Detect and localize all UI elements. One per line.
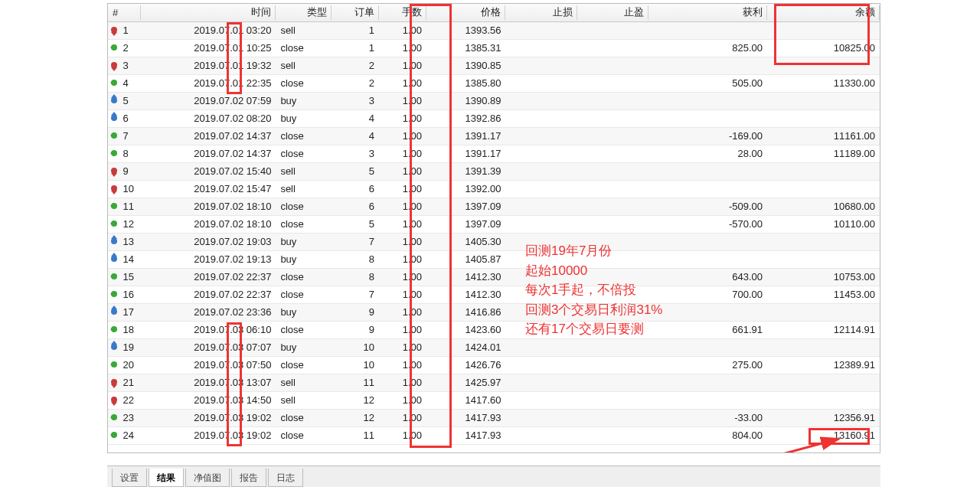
- cell: 1416.86: [426, 303, 505, 321]
- results-table[interactable]: # 时间 类型 订单 手数 价格 止损 止盈 获利 余额 12019.07.01…: [108, 4, 880, 445]
- cell: [505, 92, 577, 109]
- cell: 1: [332, 21, 379, 39]
- cell: [577, 145, 648, 162]
- table-row[interactable]: 132019.07.02 19:03buy71.001405.30: [108, 233, 880, 250]
- table-row[interactable]: 92019.07.02 15:40sell51.001391.39: [108, 162, 880, 180]
- cell: 3: [332, 92, 379, 109]
- table-row[interactable]: 162019.07.02 22:37close71.001412.30700.0…: [108, 286, 880, 303]
- tab-results[interactable]: 结果: [149, 469, 184, 487]
- table-row[interactable]: 82019.07.02 14:37close31.001391.1728.001…: [108, 145, 880, 162]
- cell: [767, 21, 880, 39]
- cell: 1.00: [379, 180, 426, 198]
- cell: 1.00: [379, 127, 426, 145]
- col-header-type[interactable]: 类型: [276, 4, 331, 21]
- cell: -509.00: [648, 198, 767, 215]
- cell: 2019.07.02 19:03: [141, 233, 276, 250]
- cell: 1425.97: [426, 374, 505, 391]
- table-row[interactable]: 202019.07.03 07:50close101.001426.76275.…: [108, 356, 880, 374]
- cell: close: [276, 127, 331, 145]
- cell: 13160.91: [767, 426, 880, 444]
- table-row[interactable]: 72019.07.02 14:37close41.001391.17-169.0…: [108, 127, 880, 145]
- cell: 275.00: [648, 356, 767, 374]
- cell: [577, 303, 648, 321]
- cell: buy: [276, 233, 331, 250]
- cell: 1391.17: [426, 145, 505, 162]
- cell: [505, 145, 577, 162]
- col-header-time[interactable]: 时间: [141, 4, 276, 21]
- cell: 2019.07.02 22:37: [141, 286, 276, 303]
- tab-equity[interactable]: 净值图: [185, 469, 230, 487]
- table-row[interactable]: 52019.07.02 07:59buy31.001390.89: [108, 92, 880, 109]
- col-header-order[interactable]: 订单: [332, 4, 379, 21]
- cell: 1: [108, 21, 141, 39]
- cell: 2019.07.02 08:20: [141, 109, 276, 127]
- table-row[interactable]: 42019.07.01 22:35close21.001385.80505.00…: [108, 74, 880, 92]
- cell: 9: [332, 303, 379, 321]
- cell: 643.00: [648, 268, 767, 286]
- table-row[interactable]: 172019.07.02 23:36buy91.001416.86: [108, 303, 880, 321]
- col-header-tp[interactable]: 止盈: [577, 4, 648, 21]
- close-icon: [109, 272, 119, 281]
- cell: [505, 374, 577, 391]
- cell: buy: [276, 109, 331, 127]
- cell: buy: [276, 303, 331, 321]
- tab-settings[interactable]: 设置: [112, 469, 147, 487]
- table-row[interactable]: 22019.07.01 10:25close11.001385.31825.00…: [108, 39, 880, 57]
- col-header-lots[interactable]: 手数: [379, 4, 426, 21]
- table-row[interactable]: 222019.07.03 14:50sell121.001417.60: [108, 391, 880, 409]
- table-row[interactable]: 212019.07.03 13:07sell111.001425.97: [108, 374, 880, 391]
- table-row[interactable]: 32019.07.01 19:32sell21.001390.85: [108, 57, 880, 74]
- close-icon: [109, 131, 119, 140]
- cell: 10: [332, 338, 379, 356]
- col-header-balance[interactable]: 余额: [767, 4, 880, 21]
- table-row[interactable]: 112019.07.02 18:10close61.001397.09-509.…: [108, 198, 880, 215]
- cell: 1405.30: [426, 233, 505, 250]
- sell-icon: [109, 60, 119, 70]
- cell: [648, 92, 767, 109]
- cell: sell: [276, 180, 331, 198]
- cell: [505, 233, 577, 250]
- cell: 1.00: [379, 74, 426, 92]
- table-row[interactable]: 192019.07.03 07:07buy101.001424.01: [108, 338, 880, 356]
- col-header-idx[interactable]: #: [108, 4, 141, 21]
- cell: 2019.07.02 14:37: [141, 145, 276, 162]
- col-header-profit[interactable]: 获利: [648, 4, 767, 21]
- cell: [577, 321, 648, 338]
- cell: 2019.07.02 15:47: [141, 180, 276, 198]
- table-row[interactable]: 102019.07.02 15:47sell61.001392.00: [108, 180, 880, 198]
- col-header-price[interactable]: 价格: [426, 4, 505, 21]
- close-icon: [109, 201, 119, 211]
- col-header-sl[interactable]: 止损: [505, 4, 577, 21]
- cell: [648, 303, 767, 321]
- cell: 2019.07.02 15:40: [141, 162, 276, 180]
- cell: 4: [332, 109, 379, 127]
- table-row[interactable]: 152019.07.02 22:37close81.001412.30643.0…: [108, 268, 880, 286]
- cell: 1393.56: [426, 21, 505, 39]
- table-row[interactable]: 62019.07.02 08:20buy41.001392.86: [108, 109, 880, 127]
- tab-log[interactable]: 日志: [268, 469, 303, 487]
- cell: buy: [276, 92, 331, 109]
- cell: [767, 162, 880, 180]
- cell: [505, 303, 577, 321]
- cell: 7: [332, 233, 379, 250]
- table-row[interactable]: 122019.07.02 18:10close51.001397.09-570.…: [108, 215, 880, 233]
- table-row[interactable]: 12019.07.01 03:20sell11.001393.56: [108, 21, 880, 39]
- cell: [767, 250, 880, 268]
- tab-report[interactable]: 报告: [231, 469, 266, 487]
- close-icon: [109, 149, 119, 158]
- cell: 1.00: [379, 198, 426, 215]
- table-row[interactable]: 142019.07.02 19:13buy81.001405.87: [108, 250, 880, 268]
- cell: 2019.07.02 14:37: [141, 127, 276, 145]
- table-row[interactable]: 182019.07.03 06:10close91.001423.60661.9…: [108, 321, 880, 338]
- table-row[interactable]: 232019.07.03 19:02close121.001417.93-33.…: [108, 409, 880, 426]
- cell: 15: [108, 268, 141, 286]
- close-icon: [109, 219, 119, 228]
- buy-icon: [109, 96, 119, 105]
- cell: close: [276, 409, 331, 426]
- cell: 12: [332, 409, 379, 426]
- table-row[interactable]: 242019.07.03 19:02close111.001417.93804.…: [108, 426, 880, 444]
- cell: 2019.07.03 19:02: [141, 409, 276, 426]
- cell: [577, 250, 648, 268]
- cell: 1417.93: [426, 409, 505, 426]
- cell: [577, 233, 648, 250]
